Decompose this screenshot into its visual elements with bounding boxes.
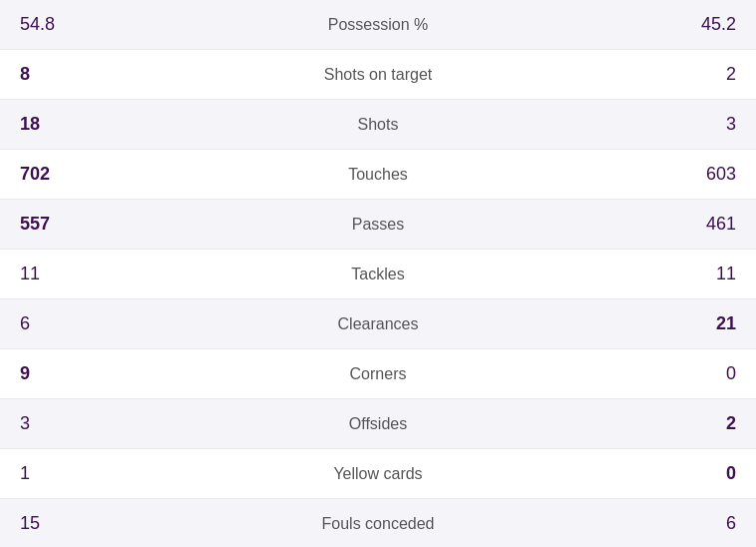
stat-label: Possession % bbox=[140, 16, 616, 34]
stat-value-right: 21 bbox=[616, 313, 736, 334]
stat-value-right: 0 bbox=[616, 463, 736, 484]
stat-value-right: 3 bbox=[616, 114, 736, 135]
stat-label: Shots bbox=[140, 116, 616, 134]
stat-label: Tackles bbox=[140, 266, 616, 283]
table-row: 11Tackles11 bbox=[0, 250, 756, 299]
stat-value-right: 2 bbox=[616, 413, 736, 434]
stat-value-right: 6 bbox=[616, 513, 736, 534]
stat-value-left: 18 bbox=[20, 114, 140, 135]
stat-label: Passes bbox=[140, 216, 616, 234]
stat-label: Clearances bbox=[140, 315, 616, 333]
stat-value-left: 8 bbox=[20, 64, 140, 85]
stat-value-right: 11 bbox=[616, 264, 736, 284]
stat-value-left: 557 bbox=[20, 214, 140, 235]
stat-value-left: 3 bbox=[20, 413, 140, 434]
stat-value-left: 6 bbox=[20, 313, 140, 334]
stat-value-left: 54.8 bbox=[20, 14, 140, 35]
table-row: 18Shots3 bbox=[0, 100, 756, 150]
table-row: 15Fouls conceded6 bbox=[0, 499, 756, 547]
stat-label: Offsides bbox=[140, 415, 616, 433]
stat-label: Fouls conceded bbox=[140, 515, 616, 533]
stat-value-left: 11 bbox=[20, 264, 140, 284]
stat-label: Corners bbox=[140, 365, 616, 383]
stat-value-right: 603 bbox=[616, 164, 736, 185]
stat-label: Touches bbox=[140, 166, 616, 184]
table-row: 3Offsides2 bbox=[0, 399, 756, 449]
stats-table: 54.8Possession %45.28Shots on target218S… bbox=[0, 0, 756, 547]
table-row: 557Passes461 bbox=[0, 200, 756, 250]
stat-value-left: 1 bbox=[20, 463, 140, 484]
stat-value-left: 15 bbox=[20, 513, 140, 534]
table-row: 54.8Possession %45.2 bbox=[0, 0, 756, 50]
stat-label: Yellow cards bbox=[140, 465, 616, 483]
table-row: 1Yellow cards0 bbox=[0, 449, 756, 499]
table-row: 9Corners0 bbox=[0, 349, 756, 399]
stat-value-left: 9 bbox=[20, 363, 140, 384]
stat-value-left: 702 bbox=[20, 164, 140, 185]
table-row: 6Clearances21 bbox=[0, 299, 756, 349]
stat-value-right: 0 bbox=[616, 363, 736, 384]
stat-value-right: 45.2 bbox=[616, 14, 736, 35]
stat-value-right: 2 bbox=[616, 64, 736, 85]
stat-label: Shots on target bbox=[140, 66, 616, 84]
stat-value-right: 461 bbox=[616, 214, 736, 235]
table-row: 8Shots on target2 bbox=[0, 50, 756, 100]
table-row: 702Touches603 bbox=[0, 150, 756, 200]
